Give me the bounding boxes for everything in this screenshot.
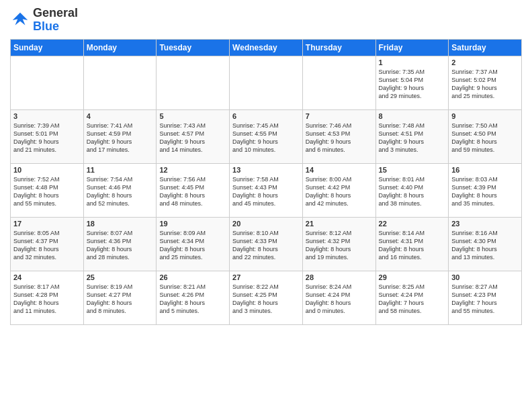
- calendar-cell: 25Sunrise: 8:19 AM Sunset: 4:27 PM Dayli…: [83, 271, 157, 324]
- calendar-week-1: 1Sunrise: 7:35 AM Sunset: 5:04 PM Daylig…: [11, 56, 522, 109]
- day-number: 29: [379, 273, 446, 281]
- day-number: 21: [306, 220, 373, 228]
- header: General Blue: [10, 7, 522, 34]
- day-number: 14: [306, 166, 373, 174]
- day-number: 26: [159, 273, 226, 281]
- day-number: 7: [306, 112, 373, 120]
- weekday-header-sunday: Sunday: [11, 39, 84, 56]
- calendar-cell: 21Sunrise: 8:12 AM Sunset: 4:32 PM Dayli…: [302, 217, 375, 271]
- day-number: 27: [232, 273, 300, 281]
- calendar-cell: 11Sunrise: 7:54 AM Sunset: 4:46 PM Dayli…: [83, 163, 157, 217]
- calendar-cell: 27Sunrise: 8:22 AM Sunset: 4:25 PM Dayli…: [230, 271, 303, 324]
- day-info: Sunrise: 7:54 AM Sunset: 4:46 PM Dayligh…: [87, 175, 154, 208]
- day-number: 4: [87, 112, 154, 120]
- day-number: 19: [159, 220, 226, 228]
- calendar-week-2: 3Sunrise: 7:39 AM Sunset: 5:01 PM Daylig…: [11, 109, 522, 163]
- day-info: Sunrise: 8:07 AM Sunset: 4:36 PM Dayligh…: [87, 229, 154, 262]
- day-info: Sunrise: 8:14 AM Sunset: 4:31 PM Dayligh…: [379, 229, 446, 262]
- day-info: Sunrise: 7:52 AM Sunset: 4:48 PM Dayligh…: [13, 175, 81, 208]
- calendar-cell: [157, 56, 230, 109]
- logo-icon: [10, 10, 30, 30]
- calendar-cell: 22Sunrise: 8:14 AM Sunset: 4:31 PM Dayli…: [375, 217, 449, 271]
- calendar-cell: 29Sunrise: 8:25 AM Sunset: 4:24 PM Dayli…: [375, 271, 449, 324]
- calendar-cell: 10Sunrise: 7:52 AM Sunset: 4:48 PM Dayli…: [11, 163, 84, 217]
- weekday-header-row: SundayMondayTuesdayWednesdayThursdayFrid…: [11, 39, 522, 56]
- calendar-cell: [83, 56, 157, 109]
- day-info: Sunrise: 7:45 AM Sunset: 4:55 PM Dayligh…: [232, 122, 300, 154]
- calendar-cell: 23Sunrise: 8:16 AM Sunset: 4:30 PM Dayli…: [449, 217, 522, 271]
- day-number: 3: [13, 112, 81, 120]
- day-number: 28: [306, 273, 373, 281]
- day-info: Sunrise: 7:43 AM Sunset: 4:57 PM Dayligh…: [159, 122, 226, 154]
- calendar-header: SundayMondayTuesdayWednesdayThursdayFrid…: [11, 39, 522, 56]
- svg-marker-0: [13, 13, 28, 26]
- day-info: Sunrise: 7:35 AM Sunset: 5:04 PM Dayligh…: [379, 68, 446, 101]
- day-info: Sunrise: 7:56 AM Sunset: 4:45 PM Dayligh…: [159, 175, 226, 208]
- day-info: Sunrise: 8:01 AM Sunset: 4:40 PM Dayligh…: [379, 175, 446, 208]
- day-number: 22: [379, 220, 446, 228]
- calendar-cell: [11, 56, 84, 109]
- weekday-header-wednesday: Wednesday: [230, 39, 303, 56]
- calendar-cell: 9Sunrise: 7:50 AM Sunset: 4:50 PM Daylig…: [449, 109, 522, 163]
- calendar-cell: 6Sunrise: 7:45 AM Sunset: 4:55 PM Daylig…: [230, 109, 303, 163]
- day-info: Sunrise: 8:10 AM Sunset: 4:33 PM Dayligh…: [232, 229, 300, 262]
- day-info: Sunrise: 8:05 AM Sunset: 4:37 PM Dayligh…: [13, 229, 81, 262]
- day-info: Sunrise: 8:09 AM Sunset: 4:34 PM Dayligh…: [159, 229, 226, 262]
- day-info: Sunrise: 7:46 AM Sunset: 4:53 PM Dayligh…: [306, 122, 373, 154]
- calendar-cell: 24Sunrise: 8:17 AM Sunset: 4:28 PM Dayli…: [11, 271, 84, 324]
- day-number: 8: [379, 112, 446, 120]
- day-info: Sunrise: 7:48 AM Sunset: 4:51 PM Dayligh…: [379, 122, 446, 154]
- day-number: 9: [451, 112, 519, 120]
- day-info: Sunrise: 8:25 AM Sunset: 4:24 PM Dayligh…: [379, 283, 446, 316]
- day-number: 30: [451, 273, 519, 281]
- day-info: Sunrise: 7:37 AM Sunset: 5:02 PM Dayligh…: [451, 68, 519, 101]
- calendar-body: 1Sunrise: 7:35 AM Sunset: 5:04 PM Daylig…: [11, 56, 522, 324]
- calendar-cell: 4Sunrise: 7:41 AM Sunset: 4:59 PM Daylig…: [83, 109, 157, 163]
- calendar-cell: 12Sunrise: 7:56 AM Sunset: 4:45 PM Dayli…: [157, 163, 230, 217]
- calendar-cell: 16Sunrise: 8:03 AM Sunset: 4:39 PM Dayli…: [449, 163, 522, 217]
- day-number: 10: [13, 166, 81, 174]
- day-info: Sunrise: 7:41 AM Sunset: 4:59 PM Dayligh…: [87, 122, 154, 154]
- calendar-table: SundayMondayTuesdayWednesdayThursdayFrid…: [10, 39, 522, 325]
- calendar-cell: 13Sunrise: 7:58 AM Sunset: 4:43 PM Dayli…: [230, 163, 303, 217]
- calendar-cell: 14Sunrise: 8:00 AM Sunset: 4:42 PM Dayli…: [302, 163, 375, 217]
- weekday-header-thursday: Thursday: [302, 39, 375, 56]
- logo-text: General Blue: [33, 7, 78, 34]
- day-info: Sunrise: 8:17 AM Sunset: 4:28 PM Dayligh…: [13, 283, 81, 316]
- calendar-cell: 7Sunrise: 7:46 AM Sunset: 4:53 PM Daylig…: [302, 109, 375, 163]
- calendar-cell: 30Sunrise: 8:27 AM Sunset: 4:23 PM Dayli…: [449, 271, 522, 324]
- calendar-week-4: 17Sunrise: 8:05 AM Sunset: 4:37 PM Dayli…: [11, 217, 522, 271]
- day-info: Sunrise: 8:03 AM Sunset: 4:39 PM Dayligh…: [451, 175, 519, 208]
- day-number: 6: [232, 112, 300, 120]
- calendar-cell: 5Sunrise: 7:43 AM Sunset: 4:57 PM Daylig…: [157, 109, 230, 163]
- calendar-week-5: 24Sunrise: 8:17 AM Sunset: 4:28 PM Dayli…: [11, 271, 522, 324]
- day-number: 1: [379, 58, 446, 66]
- day-number: 17: [13, 220, 81, 228]
- weekday-header-friday: Friday: [375, 39, 449, 56]
- day-info: Sunrise: 8:27 AM Sunset: 4:23 PM Dayligh…: [451, 283, 519, 316]
- day-number: 20: [232, 220, 300, 228]
- weekday-header-monday: Monday: [83, 39, 157, 56]
- calendar-cell: [230, 56, 303, 109]
- day-info: Sunrise: 7:58 AM Sunset: 4:43 PM Dayligh…: [232, 175, 300, 208]
- day-number: 25: [87, 273, 154, 281]
- day-info: Sunrise: 8:24 AM Sunset: 4:24 PM Dayligh…: [306, 283, 373, 316]
- calendar-week-3: 10Sunrise: 7:52 AM Sunset: 4:48 PM Dayli…: [11, 163, 522, 217]
- calendar-cell: [302, 56, 375, 109]
- day-info: Sunrise: 7:50 AM Sunset: 4:50 PM Dayligh…: [451, 122, 519, 154]
- day-number: 18: [87, 220, 154, 228]
- day-number: 2: [451, 58, 519, 66]
- day-number: 15: [379, 166, 446, 174]
- day-info: Sunrise: 8:21 AM Sunset: 4:26 PM Dayligh…: [159, 283, 226, 316]
- calendar-cell: 19Sunrise: 8:09 AM Sunset: 4:34 PM Dayli…: [157, 217, 230, 271]
- weekday-header-tuesday: Tuesday: [157, 39, 230, 56]
- day-info: Sunrise: 8:19 AM Sunset: 4:27 PM Dayligh…: [87, 283, 154, 316]
- day-number: 11: [87, 166, 154, 174]
- calendar-cell: 28Sunrise: 8:24 AM Sunset: 4:24 PM Dayli…: [302, 271, 375, 324]
- weekday-header-saturday: Saturday: [449, 39, 522, 56]
- day-number: 24: [13, 273, 81, 281]
- calendar-cell: 17Sunrise: 8:05 AM Sunset: 4:37 PM Dayli…: [11, 217, 84, 271]
- day-info: Sunrise: 8:22 AM Sunset: 4:25 PM Dayligh…: [232, 283, 300, 316]
- day-number: 16: [451, 166, 519, 174]
- day-info: Sunrise: 8:12 AM Sunset: 4:32 PM Dayligh…: [306, 229, 373, 262]
